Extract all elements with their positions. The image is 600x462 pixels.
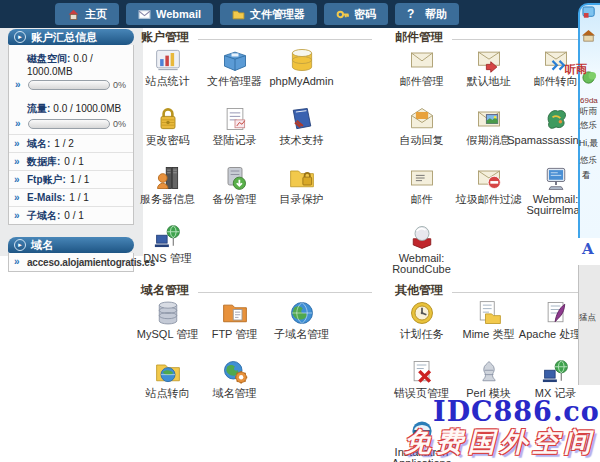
watermark-site: IDC886.com (433, 396, 600, 427)
feature-label: DNS 管理 (143, 253, 191, 264)
feature-label: 技术支持 (280, 135, 324, 146)
tab-help[interactable]: ?帮助 (395, 3, 459, 25)
feature-file-manager-box[interactable]: 文件管理器 (201, 46, 268, 105)
feature-label: 目录保护 (280, 194, 324, 205)
vacation-message-envelope-icon (475, 105, 503, 133)
feature-label: 服务器信息 (140, 194, 195, 205)
section-header: 域名管理 (134, 283, 374, 297)
clipped-text-fragment: 听雨 (565, 62, 587, 77)
feature-label: 计划任务 (400, 329, 444, 340)
section-icon-grid: MySQL 管理FTP 管理子域名管理站点转向域名管理 (134, 299, 374, 417)
feature-label: 登陆记录 (213, 135, 257, 146)
feature-mail-list-envelope[interactable]: 邮件 (388, 164, 455, 223)
server-info-icon (154, 164, 182, 192)
tab-label: 文件管理器 (250, 7, 305, 22)
domain-globe-gear-icon (221, 358, 249, 386)
feature-label: Mime 类型 (463, 329, 515, 340)
feature-label: 域名管理 (213, 388, 257, 399)
clipped-right-window: 听雨69da听雨悠乐Hi,最悠乐看A猛点 (578, 0, 600, 462)
tab-label: 主页 (85, 7, 107, 22)
tab-webmail[interactable]: Webmail (126, 3, 213, 25)
feature-label: 邮件管理 (400, 76, 444, 87)
backup-icon (221, 164, 249, 192)
section-title: 域名管理 (141, 282, 189, 299)
tab-file-manager[interactable]: 文件管理器 (220, 3, 317, 25)
feature-subdomain-globe[interactable]: 子域名管理 (268, 299, 335, 358)
feature-mysql-database[interactable]: MySQL 管理 (134, 299, 201, 358)
feature-directory-protect-folder[interactable]: 目录保护 (268, 164, 335, 223)
cron-clock-icon (408, 299, 436, 327)
section-title: 邮件管理 (395, 29, 443, 46)
feature-backup[interactable]: 备份管理 (201, 164, 268, 223)
clipped-text-fragment: 悠乐 (580, 155, 597, 167)
feature-dns-computer-globe[interactable]: DNS 管理 (134, 223, 201, 282)
feature-change-password-lock[interactable]: 更改密码 (134, 105, 201, 164)
home-icon (67, 8, 80, 21)
section-domain-management: 域名管理 MySQL 管理FTP 管理子域名管理站点转向域名管理 (134, 283, 374, 417)
feature-roundcube[interactable]: Webmail: RoundCube (388, 223, 455, 282)
feature-auto-reply-envelope[interactable]: 自动回复 (388, 105, 455, 164)
feature-label: 文件管理器 (207, 76, 262, 87)
feature-spam-filter-envelope[interactable]: 垃圾邮件过滤 (455, 164, 522, 223)
feature-server-info[interactable]: 服务器信息 (134, 164, 201, 223)
clipped-text-fragment: 看 (582, 170, 591, 182)
feature-default-address-envelope[interactable]: 默认地址 (455, 46, 522, 105)
mysql-database-icon (154, 299, 182, 327)
apache-handler-feather-icon (542, 299, 570, 327)
directory-protect-folder-icon (288, 164, 316, 192)
feature-ftp-folder[interactable]: FTP 管理 (201, 299, 268, 358)
section-header: 账户管理 (134, 30, 374, 44)
feature-domain-globe-gear[interactable]: 域名管理 (201, 358, 268, 417)
tab-password[interactable]: 密码 (324, 3, 388, 25)
section-divider (452, 292, 578, 293)
feature-login-log[interactable]: 登陆记录 (201, 105, 268, 164)
main-content: 账户管理 站点统计文件管理器phpMyAdmin更改密码登陆记录技术支持服务器信… (0, 0, 600, 462)
section-divider (198, 292, 372, 293)
clipped-text-fragment: 猛点 (579, 312, 596, 324)
house-icon (581, 28, 596, 43)
feature-label: phpMyAdmin (269, 76, 333, 87)
subdomain-globe-icon (288, 299, 316, 327)
top-navigation-bar: 主页Webmail文件管理器密码?帮助 (0, 0, 600, 28)
feature-cron-clock[interactable]: 计划任务 (388, 299, 455, 358)
feature-label: FTP 管理 (212, 329, 258, 340)
section-header: 邮件管理 (388, 30, 580, 44)
ftp-folder-icon (221, 299, 249, 327)
clipped-text-fragment: 听雨 (580, 106, 597, 118)
section-header: 其他管理 (388, 283, 580, 297)
section-icon-grid: 邮件管理默认地址邮件转向自动回复假期消息Spamassassin 设置邮件垃圾邮… (388, 46, 580, 282)
feature-label: 假期消息 (467, 135, 511, 146)
perl-module-icon (475, 358, 503, 386)
section-divider (198, 39, 372, 40)
feature-phpmyadmin-database[interactable]: phpMyAdmin (268, 46, 335, 105)
feature-label: 更改密码 (146, 135, 190, 146)
question-icon: ? (407, 8, 420, 21)
watermark-slogan: 免费国外空间 (404, 424, 596, 460)
feature-label: Webmail: RoundCube (383, 253, 461, 275)
folder-icon (232, 8, 245, 21)
dns-computer-globe-icon (154, 223, 182, 251)
feature-label: 邮件 (411, 194, 433, 205)
section-icon-grid: 站点统计文件管理器phpMyAdmin更改密码登陆记录技术支持服务器信息备份管理… (134, 46, 374, 282)
feature-mime-type[interactable]: Mime 类型 (455, 299, 522, 358)
feature-mail-envelope[interactable]: 邮件管理 (388, 46, 455, 105)
mail-envelope-icon (408, 46, 436, 74)
tab-home[interactable]: 主页 (55, 3, 119, 25)
feature-site-stats[interactable]: 站点统计 (134, 46, 201, 105)
error-page-icon (408, 358, 436, 386)
feature-site-redirect-folder-globe[interactable]: 站点转向 (134, 358, 201, 417)
tech-support-book-icon (288, 105, 316, 133)
cpanel-home-page: 主页Webmail文件管理器密码?帮助 ► 账户汇总信息 磁盘空间:0.0 / … (0, 0, 600, 462)
feature-label: 备份管理 (213, 194, 257, 205)
spamassassin-icon (542, 105, 570, 133)
tab-label: 帮助 (425, 7, 447, 22)
clipped-text-fragment: 悠乐 (580, 120, 597, 132)
mini-window-icon (582, 6, 597, 21)
tab-label: 密码 (354, 7, 376, 22)
site-stats-icon (154, 46, 182, 74)
feature-tech-support-book[interactable]: 技术支持 (268, 105, 335, 164)
feature-label: 默认地址 (467, 76, 511, 87)
clipped-text-fragment: 69da (580, 96, 598, 105)
roundcube-icon (408, 223, 436, 251)
default-address-envelope-icon (475, 46, 503, 74)
